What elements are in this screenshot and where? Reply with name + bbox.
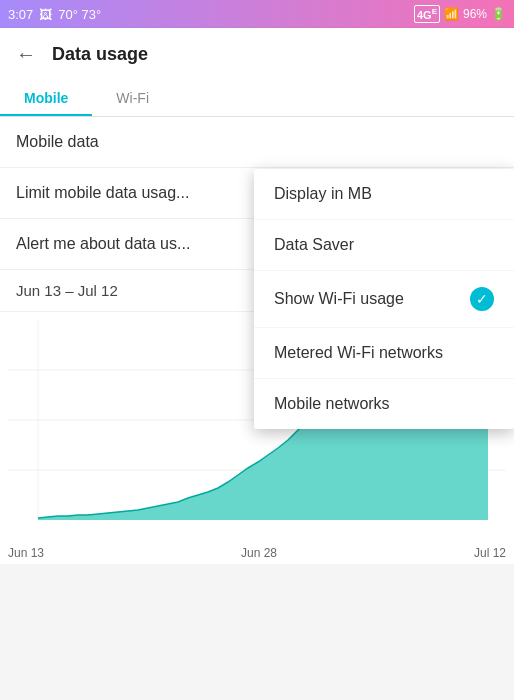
dropdown-item-show-wifi[interactable]: Show Wi-Fi usage ✓ — [254, 271, 514, 328]
wifi-check-icon: ✓ — [470, 287, 494, 311]
lte-icon: 4GE — [414, 5, 440, 23]
dropdown-item-data-saver[interactable]: Data Saver — [254, 220, 514, 271]
dropdown-item-metered-wifi[interactable]: Metered Wi-Fi networks — [254, 328, 514, 379]
tabs-bar: Mobile Wi-Fi — [0, 80, 514, 117]
page-title: Data usage — [52, 44, 148, 65]
back-button[interactable]: ← — [16, 43, 36, 66]
dropdown-scrim — [0, 169, 253, 564]
status-right: 4GE 📶 96% 🔋 — [414, 5, 506, 23]
battery-display: 96% — [463, 7, 487, 21]
tab-wifi[interactable]: Wi-Fi — [92, 80, 173, 116]
signal-icon: 📶 — [444, 7, 459, 21]
mobile-data-item[interactable]: Mobile data — [0, 117, 514, 168]
temperature-display: 70° 73° — [58, 7, 101, 22]
main-content: Mobile data Limit mobile data usag... Al… — [0, 117, 514, 564]
status-left: 3:07 🖼 70° 73° — [8, 7, 101, 22]
time-display: 3:07 — [8, 7, 33, 22]
photo-icon: 🖼 — [39, 7, 52, 22]
dropdown-item-display-mb[interactable]: Display in MB — [254, 169, 514, 220]
battery-icon: 🔋 — [491, 7, 506, 21]
status-bar: 3:07 🖼 70° 73° 4GE 📶 96% 🔋 — [0, 0, 514, 28]
tab-mobile[interactable]: Mobile — [0, 80, 92, 116]
app-bar: ← Data usage — [0, 28, 514, 80]
dropdown-menu: Display in MB Data Saver Show Wi-Fi usag… — [254, 169, 514, 429]
dropdown-item-mobile-networks[interactable]: Mobile networks — [254, 379, 514, 429]
chart-label-end: Jul 12 — [474, 546, 506, 560]
